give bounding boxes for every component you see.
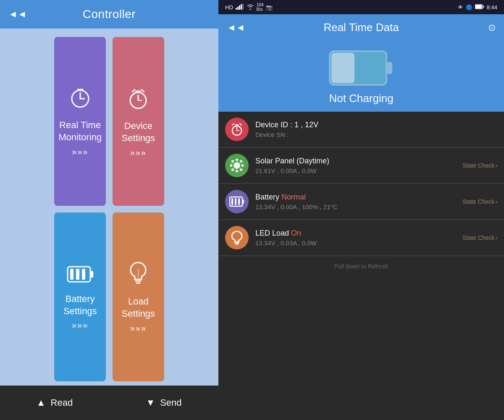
battery-grid-icon: [67, 264, 94, 287]
right-header: ◄◄ Real Time Data ⊙: [218, 14, 504, 41]
device-settings-label: Device Settings: [122, 120, 155, 144]
hd-indicator: HD: [225, 4, 233, 10]
svg-rect-24: [242, 4, 244, 10]
load-settings-chevrons: »»»: [130, 323, 147, 333]
right-back-button[interactable]: ◄◄: [227, 22, 245, 33]
svg-rect-21: [237, 7, 239, 10]
solar-row-content: Solar Panel (Daytime) 21.61V , 0.00A , 0…: [255, 157, 456, 174]
battery-status: [475, 4, 484, 10]
battery-status-normal: Normal: [281, 193, 306, 201]
pull-refresh-hint: Pull down to Refresh: [218, 256, 504, 276]
settings-icon[interactable]: ⊙: [488, 22, 496, 33]
svg-rect-27: [483, 6, 484, 8]
controller-grid: Real Time Monitoring »»» Device: [46, 29, 172, 386]
svg-rect-51: [238, 198, 240, 205]
load-settings-button[interactable]: Load Settings »»»: [113, 213, 164, 381]
svg-rect-44: [236, 170, 238, 172]
bottom-buttons: ▲ Read ▼ Send: [0, 386, 218, 420]
battery-settings-button[interactable]: Battery Settings »»»: [54, 213, 106, 381]
left-panel-title: Controller: [83, 8, 136, 21]
svg-line-11: [132, 89, 135, 92]
status-bar: HD 104B/s 📷 👁: [218, 0, 504, 14]
bulb-grid-icon: [128, 261, 149, 290]
svg-line-36: [240, 123, 242, 125]
camera-icon: 📷: [266, 4, 273, 10]
battery-subtitle: 13.34V , 0.00A , 100% , 21°C: [255, 203, 456, 210]
led-load-row-content: LED Load On 13.34V , 0.03A , 0.0W: [255, 229, 456, 247]
wifi-icon: [247, 4, 254, 11]
led-load-state-check[interactable]: State Check ›: [462, 234, 497, 241]
eye-icon: 👁: [458, 4, 463, 10]
clock-icon: [68, 86, 92, 113]
battery-row: Battery Normal 13.34V , 0.00A , 100% , 2…: [218, 184, 504, 220]
solar-row: Solar Panel (Daytime) 21.61V , 0.00A , 0…: [218, 148, 504, 184]
bluetooth-icon: 🔵: [466, 4, 472, 10]
svg-rect-13: [90, 271, 93, 278]
solar-title: Solar Panel (Daytime): [255, 157, 456, 165]
led-load-row: LED Load On 13.34V , 0.03A , 0.0W State …: [218, 220, 504, 256]
svg-rect-46: [242, 164, 244, 167]
svg-rect-50: [235, 198, 236, 205]
battery-state-check-label: State Check: [462, 198, 494, 205]
status-bar-left: HD 104B/s 📷: [225, 3, 273, 12]
svg-rect-41: [231, 168, 234, 171]
battery-settings-chevrons: »»»: [72, 320, 88, 330]
read-label: Read: [51, 397, 73, 408]
status-bar-right: 👁 🔵 8:44: [458, 4, 497, 10]
battery-title: Battery Normal: [255, 193, 456, 202]
device-settings-button[interactable]: Device Settings »»»: [113, 37, 164, 206]
left-back-button[interactable]: ◄◄: [8, 9, 27, 20]
led-load-subtitle: 13.34V , 0.03A , 0.0W: [255, 239, 456, 247]
led-load-icon: [225, 226, 249, 249]
real-time-monitoring-button[interactable]: Real Time Monitoring »»»: [54, 37, 106, 206]
battery-visual: [328, 49, 395, 87]
svg-rect-42: [240, 168, 242, 171]
svg-rect-45: [230, 164, 232, 167]
svg-rect-20: [236, 8, 237, 10]
battery-row-icon: [225, 190, 249, 213]
svg-line-10: [142, 89, 144, 92]
send-button[interactable]: ▼ Send: [109, 386, 218, 420]
battery-settings-label: Battery Settings: [63, 293, 97, 317]
svg-rect-40: [240, 160, 242, 163]
svg-line-37: [232, 123, 234, 125]
battery-section: Not Charging: [218, 41, 504, 112]
svg-rect-23: [241, 4, 242, 10]
data-speed: 104B/s: [257, 3, 264, 12]
svg-rect-48: [242, 200, 244, 204]
led-load-state-check-label: State Check: [462, 234, 494, 241]
battery-state-check[interactable]: State Check ›: [462, 198, 497, 205]
led-load-state-check-chevron: ›: [495, 234, 497, 241]
time-display: 8:44: [487, 4, 497, 10]
device-id-title: Device ID : 1 , 12V: [255, 121, 497, 129]
svg-rect-22: [239, 5, 240, 10]
device-row: Device ID : 1 , 12V Device SN :: [218, 112, 504, 147]
device-sn-subtitle: Device SN :: [255, 131, 497, 138]
led-load-status: On: [291, 229, 301, 237]
svg-rect-49: [231, 198, 233, 205]
solar-state-check[interactable]: State Check ›: [462, 162, 497, 169]
real-time-monitoring-chevrons: »»»: [72, 147, 88, 157]
svg-rect-39: [231, 160, 234, 163]
load-settings-label: Load Settings: [122, 296, 155, 320]
svg-point-38: [234, 162, 240, 169]
battery-row-content: Battery Normal 13.34V , 0.00A , 100% , 2…: [255, 193, 456, 210]
upload-icon: ▲: [37, 397, 46, 408]
device-settings-chevrons: »»»: [130, 148, 147, 158]
svg-rect-29: [331, 53, 354, 83]
solar-state-check-chevron: ›: [495, 162, 497, 169]
read-button[interactable]: ▲ Read: [0, 386, 109, 420]
svg-rect-16: [82, 269, 85, 280]
download-icon: ▼: [146, 397, 155, 408]
left-panel: ◄◄ Controller Real Time Monitoring »»»: [0, 0, 218, 420]
svg-rect-43: [236, 159, 238, 161]
solar-icon: [225, 154, 249, 177]
solar-state-check-label: State Check: [462, 162, 494, 169]
battery-status-label: Not Charging: [329, 92, 393, 105]
left-header: ◄◄ Controller: [0, 0, 218, 29]
stopwatch-icon: [126, 85, 150, 114]
solar-subtitle: 21.61V , 0.00A , 0.0W: [255, 167, 456, 174]
svg-rect-15: [76, 269, 79, 280]
right-panel: HD 104B/s 📷 👁: [218, 0, 504, 420]
device-icon: [225, 118, 249, 141]
